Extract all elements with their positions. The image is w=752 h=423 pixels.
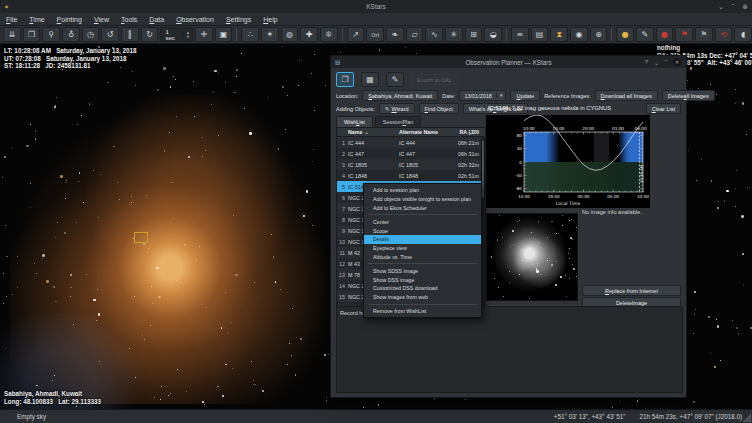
dome-icon[interactable]: ◖ — [734, 27, 752, 42]
tab-session-plan[interactable]: Session Plan — [375, 116, 422, 127]
date-picker[interactable]: 13/01/2018 ▼ — [459, 90, 506, 101]
telescope-target-icon[interactable]: ⊕ — [590, 27, 608, 42]
resize-grip[interactable] — [743, 414, 751, 422]
close-icon[interactable]: ⊗ — [742, 3, 748, 11]
set-time-icon[interactable]: ◷ — [82, 27, 100, 42]
delete-all-images-button[interactable]: Delete all Images — [662, 90, 715, 101]
red-flag-icon[interactable]: ⚑ — [675, 27, 693, 42]
menu-tools[interactable]: Tools — [115, 15, 143, 24]
maximize-icon[interactable]: ˆ — [732, 3, 734, 10]
menu-pointing[interactable]: Pointing — [51, 15, 88, 24]
context-menu-item-add-to-ekos-scheduler[interactable]: Add to Ekos Scheduler — [364, 204, 481, 213]
maximize-icon[interactable]: ˆ — [665, 59, 667, 65]
context-menu-item-add-objects-visible-tonight-to-session-plan[interactable]: Add objects visible tonight to session p… — [364, 195, 481, 204]
planets-toggle-icon[interactable]: ◍ — [281, 27, 299, 42]
deep-sky-icon[interactable]: ✳ — [445, 27, 463, 42]
satellites-toggle-icon[interactable]: ✶ — [261, 27, 279, 42]
download-all-images-button[interactable]: Download all Images — [595, 90, 658, 101]
observation-list-icon[interactable]: ≡ — [511, 27, 529, 42]
toolbar-separator — [342, 28, 343, 41]
context-menu-item-details[interactable]: Details — [364, 235, 481, 244]
context-menu-item-eyepiece-view[interactable]: Eyepiece view — [364, 244, 481, 253]
whats-interesting-icon[interactable]: ⧗ — [550, 27, 568, 42]
context-menu-item-show-images-from-web[interactable]: Show images from web — [364, 293, 481, 302]
constellation-bounds-icon[interactable]: ▱ — [406, 27, 424, 42]
geographic-location-icon[interactable]: ♁ — [62, 27, 80, 42]
wizard-button[interactable]: ✎ Wizard — [379, 103, 415, 114]
close-icon[interactable]: ✕ — [673, 58, 681, 66]
col-alternate-name[interactable]: Alternate Name — [397, 129, 454, 135]
context-menu-item-center[interactable]: Center — [364, 217, 481, 226]
wizard-icon: ✎ — [385, 106, 390, 112]
context-menu-item-add-to-session-plan[interactable]: Add to session plan — [364, 186, 481, 195]
sky-image-icon[interactable]: ▣ — [215, 27, 233, 42]
observation-log-textarea[interactable] — [336, 306, 683, 393]
focus-object-icon[interactable]: ✛ — [195, 27, 213, 42]
constellation-art-icon[interactable]: ❧ — [386, 27, 404, 42]
crosshair-toggle-icon[interactable]: ✚ — [300, 27, 318, 42]
menu-file[interactable]: File — [0, 15, 23, 24]
context-menu-item-scope[interactable]: Scope — [364, 226, 481, 235]
export-oal-button[interactable]: Export to OAL — [411, 74, 458, 85]
context-menu-item-altitude-vs-time[interactable]: Altitude vs. Time — [364, 253, 481, 262]
milky-way-icon[interactable]: ∿ — [425, 27, 443, 42]
refresh-icon[interactable]: ⟲ — [715, 27, 733, 42]
col-name[interactable]: Name▲ — [346, 129, 397, 135]
menu-data[interactable]: Data — [143, 15, 170, 24]
context-menu-item-show-sdss-image[interactable]: Show SDSS image — [364, 266, 481, 275]
open-window-icon[interactable]: ❐ — [23, 27, 41, 42]
time-step-spinbox[interactable]: 1 sec▲▼ — [160, 27, 193, 42]
no-image-info-label: No image info available. — [582, 209, 642, 215]
dialog-title: Observation Planner — KStars — [331, 59, 686, 66]
menu-help[interactable]: Help — [257, 15, 283, 24]
shade-icon[interactable]: ⌄ — [654, 59, 659, 66]
object-thumbnail-image — [486, 213, 578, 301]
menu-settings[interactable]: Settings — [220, 15, 257, 24]
table-row[interactable]: 2IC 447IC 44706h 31m — [337, 148, 485, 159]
menu-observation[interactable]: Observation — [170, 15, 220, 24]
context-menu-item-customized-dss-download[interactable]: Customized DSS download — [364, 284, 481, 293]
location-label: Location: — [336, 93, 358, 99]
stars-toggle-icon[interactable]: ∴ — [241, 27, 259, 42]
color-scheme-icon[interactable]: ✎ — [636, 27, 654, 42]
dialog-titlebar[interactable]: ▤ Observation Planner — KStars ? ⌄ ˆ ✕ — [331, 56, 686, 68]
spin-arrows-icon: ▲▼ — [183, 31, 192, 38]
update-button[interactable]: Update — [510, 90, 540, 101]
table-header[interactable]: Name▲ Alternate Name RA (J20 — [337, 128, 485, 137]
supernovae-toggle-icon[interactable]: ↗ — [347, 27, 365, 42]
col-ra[interactable]: RA (J20 — [454, 129, 481, 135]
time-backward-icon[interactable]: ↺ — [101, 27, 119, 42]
context-menu-item-show-dss-image[interactable]: Show DSS image — [364, 275, 481, 284]
table-row[interactable]: 4IC 1848IC 184802h 51m — [337, 170, 485, 181]
window-titlebar[interactable]: ✶ KStars ⌄ ˆ ⊗ — [0, 0, 752, 13]
context-menu-item-remove-from-wishlist[interactable]: Remove from WishList — [364, 307, 481, 316]
save-as-icon[interactable]: ✎ — [386, 72, 404, 87]
tab-wish-list[interactable]: Wish List — [336, 116, 373, 127]
constellation-names-icon[interactable]: Ori — [366, 27, 384, 42]
observation-planner-icon[interactable]: ▤ — [531, 27, 549, 42]
find-object-icon[interactable]: ⚲ — [42, 27, 60, 42]
save-list-icon[interactable]: ▦ — [361, 72, 379, 87]
minimize-icon[interactable]: ⌄ — [718, 3, 724, 11]
replace-from-internet-button[interactable]: Replace from Internet — [582, 285, 681, 296]
download-data-icon[interactable]: ⇊ — [3, 27, 21, 42]
time-forward-icon[interactable]: ↻ — [141, 27, 159, 42]
find-object-button[interactable]: Find Object — [419, 103, 459, 114]
record-icon[interactable]: ● — [656, 27, 674, 42]
menu-time[interactable]: Time — [23, 15, 50, 24]
table-row[interactable]: 3IC 1805IC 180502h 32m — [337, 159, 485, 170]
eyepiece-view-icon[interactable]: ◉ — [570, 27, 588, 42]
open-list-icon[interactable]: ❐ — [336, 72, 354, 87]
equatorial-grid-icon[interactable]: ⊞ — [465, 27, 483, 42]
chevron-down-icon[interactable]: ▼ — [496, 93, 505, 98]
horizon-toggle-icon[interactable]: ◒ — [484, 27, 502, 42]
menu-view[interactable]: View — [88, 15, 115, 24]
comets-toggle-icon[interactable]: ❊ — [320, 27, 338, 42]
help-icon[interactable]: ? — [645, 59, 648, 65]
clear-list-button[interactable]: Clear List — [646, 103, 681, 114]
time-pause-icon[interactable]: ‖ — [121, 27, 139, 42]
lock-icon[interactable]: ● — [616, 27, 634, 42]
gray-flag-icon[interactable]: ⚑ — [695, 27, 713, 42]
location-button[interactable]: Sabahiya, Ahmadi, Kuwait — [362, 90, 438, 101]
table-row[interactable]: 1IC 444IC 44406h 21m — [337, 137, 485, 148]
